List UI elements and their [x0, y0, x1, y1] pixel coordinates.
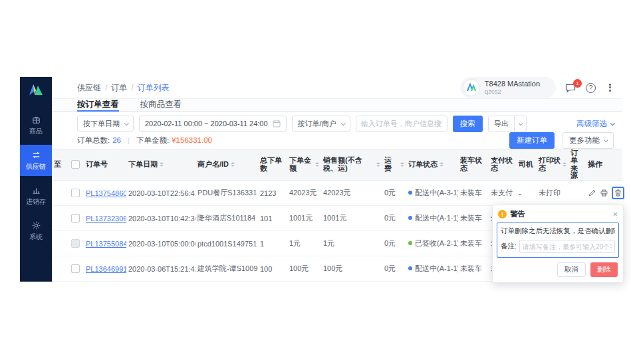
- goods-icon: [31, 115, 41, 125]
- status-dot: [408, 191, 412, 195]
- cell-amount: 1001元: [287, 206, 321, 231]
- sort-icon[interactable]: [231, 162, 235, 167]
- close-icon[interactable]: ×: [612, 210, 618, 219]
- dialog-message: 订单删除之后无法恢复，是否确认删除？: [501, 227, 615, 236]
- cell-sales: 100元: [321, 256, 382, 282]
- sort-icon[interactable]: [440, 162, 443, 167]
- chevron-down-icon: [124, 121, 129, 126]
- message-badge: 1: [573, 79, 582, 88]
- delete-confirm-dialog: ! 警告 × 订单删除之后无法恢复，是否确认删除？ 备注: 取消 删除: [492, 205, 624, 283]
- cell-load-status: 未装车: [458, 181, 489, 206]
- header-merchant[interactable]: 商户名/ID: [195, 149, 258, 180]
- header-qty: 总下单数: [258, 149, 287, 180]
- search-input[interactable]: [356, 116, 447, 132]
- header-print-status[interactable]: 打印状态: [537, 149, 568, 180]
- cell-qty: 1: [258, 231, 287, 256]
- cell-driver: -: [517, 181, 537, 206]
- sort-icon[interactable]: [400, 162, 404, 167]
- delete-button[interactable]: 删除: [590, 262, 618, 277]
- sort-icon[interactable]: [315, 162, 319, 167]
- header-freight[interactable]: 运费: [382, 149, 406, 180]
- user-name: T8428 MAstation: [485, 80, 540, 88]
- header-order-no: 订单号: [84, 149, 126, 180]
- breadcrumb: 供应链 订单 订单列表: [77, 82, 170, 94]
- cell-qty: 100: [258, 256, 287, 282]
- breadcrumb-item[interactable]: 订单: [111, 82, 137, 94]
- note-row: 备注:: [501, 240, 615, 253]
- order-link[interactable]: PL13755084: [86, 240, 126, 248]
- row-checkbox[interactable]: [71, 264, 80, 273]
- dialog-body-highlight: 订单删除之后无法恢复，是否确认删除？ 备注:: [497, 223, 619, 258]
- sidebar-item-supply-chain[interactable]: 供应链: [20, 145, 52, 176]
- cell-amount: 42023元: [287, 181, 321, 206]
- header-order-status[interactable]: 订单状态: [406, 149, 458, 180]
- header-amount[interactable]: 下单金额: [287, 149, 321, 180]
- delete-icon[interactable]: [612, 187, 624, 199]
- order-amount-value: ¥156331.00: [172, 136, 212, 144]
- order-link[interactable]: PL13646991: [86, 265, 126, 273]
- status-dot: [408, 216, 412, 220]
- row-checkbox-disabled: [71, 239, 80, 248]
- tab-order-view[interactable]: 按订单查看: [77, 99, 119, 111]
- dialog-footer: 取消 删除: [493, 258, 623, 282]
- supply-chain-icon: [31, 150, 41, 160]
- export-dropdown-toggle[interactable]: [514, 116, 526, 131]
- search-type-select[interactable]: 按订单/商户: [292, 116, 350, 132]
- user-subname: qzcs2: [485, 88, 540, 96]
- more-actions-button[interactable]: 更多功能: [563, 132, 614, 149]
- cell-qty: 101: [258, 206, 287, 231]
- order-link[interactable]: PL13732306: [86, 215, 126, 223]
- advanced-filter-link[interactable]: 高级筛选: [576, 119, 614, 129]
- header-order-source: 订单来源: [568, 149, 586, 180]
- cell-amount: 100元: [287, 256, 321, 282]
- more-menu-button[interactable]: ⋮: [605, 82, 615, 94]
- user-pill[interactable]: T8428 MAstation qzcs2: [460, 77, 556, 98]
- row-checkbox[interactable]: [71, 189, 80, 197]
- cell-amount: 1元: [287, 231, 321, 256]
- cell-merchant: ptcd1001S149751: [195, 231, 258, 256]
- breadcrumb-item[interactable]: 供应链: [77, 82, 111, 94]
- cell-print-status: 未打印: [537, 181, 568, 206]
- date-range-input[interactable]: 2020-02-11 00:00 ~ 2020-03-11 24:00: [139, 116, 287, 132]
- edit-icon[interactable]: [588, 189, 596, 197]
- header-order-date[interactable]: 下单日期: [126, 149, 195, 180]
- header-checkbox-cell: [66, 149, 84, 180]
- app-logo[interactable]: [28, 83, 44, 99]
- cell-order-no: PL13732306: [84, 206, 126, 231]
- sidebar-item-inventory[interactable]: 进销存: [20, 180, 52, 211]
- help-button[interactable]: ?: [586, 83, 596, 93]
- cell-order-date: 2020-03-10T05:00:00: [126, 231, 195, 256]
- cell-order-no: PL13646991: [84, 256, 126, 282]
- cell-merchant: PDU餐厅S136331: [195, 181, 258, 206]
- sort-icon[interactable]: [563, 162, 567, 167]
- note-label: 备注:: [501, 242, 517, 251]
- search-button[interactable]: 搜索: [453, 116, 483, 132]
- date-type-select[interactable]: 按下单日期: [77, 116, 134, 132]
- select-all-checkbox[interactable]: [71, 160, 80, 169]
- date-type-label: 按下单日期: [83, 119, 120, 129]
- sidebar-item-system[interactable]: 系统: [20, 215, 52, 246]
- cell-extra: [52, 181, 66, 206]
- cancel-button[interactable]: 取消: [557, 262, 586, 277]
- messages-button[interactable]: 1: [565, 83, 576, 93]
- header-sales[interactable]: 销售额(不含税、运): [321, 149, 382, 180]
- sort-icon[interactable]: [376, 162, 380, 167]
- row-checkbox[interactable]: [71, 214, 80, 223]
- export-label: 导出: [489, 119, 514, 129]
- cell-extra: [52, 231, 66, 256]
- cell-checkbox: [66, 206, 84, 231]
- order-link[interactable]: PL13754860: [86, 189, 126, 197]
- advanced-filter-label: 高级筛选: [576, 119, 607, 129]
- sidebar-item-label: 进销存: [26, 197, 46, 207]
- new-order-button[interactable]: 新建订单: [509, 132, 555, 149]
- search-type-label: 按订单/商户: [298, 119, 336, 129]
- tab-product-view[interactable]: 按商品查看: [140, 99, 182, 111]
- sort-icon[interactable]: [160, 162, 164, 167]
- dialog-title: 警告: [510, 209, 525, 219]
- note-input[interactable]: [519, 240, 615, 253]
- export-button[interactable]: 导出: [488, 116, 527, 132]
- cell-checkbox: [66, 256, 84, 282]
- sidebar-item-goods[interactable]: 商品: [20, 110, 52, 141]
- cell-freight: 0元: [382, 206, 406, 231]
- print-icon[interactable]: [600, 189, 608, 197]
